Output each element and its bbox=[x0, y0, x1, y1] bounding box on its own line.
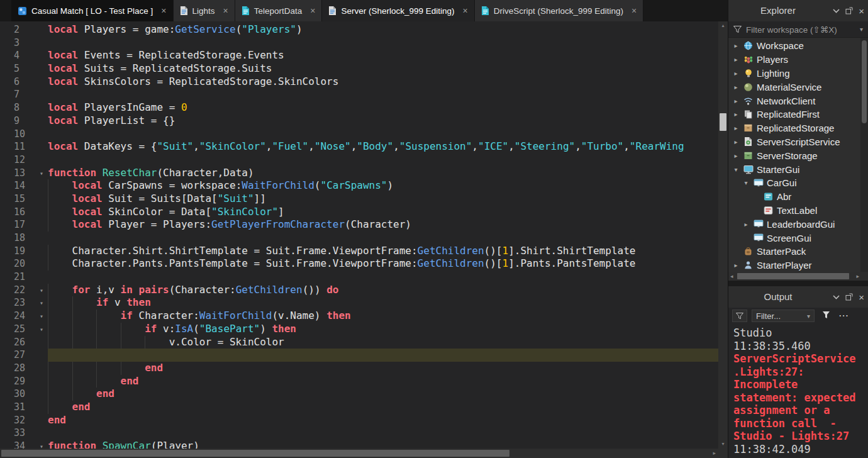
code-line[interactable]: Character.Shirt.ShirtTemplate = Suit.Fra… bbox=[48, 245, 718, 258]
collapse-arrow-icon[interactable]: ▾ bbox=[732, 166, 740, 173]
tree-item-screengui[interactable]: ScreenGui bbox=[728, 231, 868, 245]
expand-arrow-icon[interactable]: ▸ bbox=[732, 56, 740, 63]
editor-vertical-scrollbar[interactable]: ▴ ▾ bbox=[718, 21, 728, 449]
code-line[interactable]: end bbox=[48, 388, 718, 401]
tab-close-button[interactable]: × bbox=[632, 6, 637, 15]
panel-collapse-icon[interactable] bbox=[833, 295, 840, 299]
output-error-line[interactable]: function call - bbox=[733, 417, 863, 430]
code-line[interactable] bbox=[48, 154, 718, 167]
fold-toggle-icon[interactable]: ▾ bbox=[40, 440, 43, 449]
expand-arrow-icon[interactable]: ▸ bbox=[732, 70, 740, 77]
explorer-hscroll-thumb[interactable] bbox=[737, 273, 849, 279]
tab-lights[interactable]: Lights× bbox=[174, 0, 235, 21]
horizontal-scroll-thumb[interactable] bbox=[1, 450, 509, 457]
tab-drivescript-sherlock-999-edi[interactable]: DriveScript (Sherlock_999 Editing)× bbox=[475, 0, 644, 21]
code-line[interactable] bbox=[48, 36, 718, 50]
tab-teleportdata[interactable]: TeleportData× bbox=[235, 0, 323, 21]
tree-item-serverstorage[interactable]: ▸ServerStorage bbox=[728, 148, 868, 162]
code-line[interactable] bbox=[48, 88, 718, 101]
code-line[interactable]: local Player = Players:GetPlayerFromChar… bbox=[48, 218, 718, 232]
current-code-line[interactable] bbox=[48, 349, 718, 362]
tree-item-players[interactable]: ▸Players bbox=[728, 53, 868, 67]
panel-close-icon[interactable]: × bbox=[859, 292, 864, 303]
expand-arrow-icon[interactable]: ▸ bbox=[732, 262, 740, 269]
editor-horizontal-scrollbar[interactable]: ▸ bbox=[0, 449, 718, 458]
tab-close-button[interactable]: × bbox=[161, 6, 166, 15]
code-line[interactable] bbox=[48, 232, 718, 245]
code-line[interactable]: local CarSpawns = workspace:WaitForChild… bbox=[48, 179, 718, 193]
expand-arrow-icon[interactable]: ▸ bbox=[732, 152, 740, 159]
code-line[interactable]: local PlayersInGame = 0 bbox=[48, 101, 718, 114]
output-error-line[interactable]: Incomplete bbox=[733, 378, 863, 391]
tree-item-abr[interactable]: Abr bbox=[728, 190, 868, 204]
code-line[interactable]: end bbox=[48, 362, 718, 375]
more-options-button[interactable]: ⋯ bbox=[837, 310, 850, 322]
tree-item-starterplayer[interactable]: ▸StarterPlayer bbox=[728, 259, 868, 272]
tree-item-replicatedfirst[interactable]: ▸ReplicatedFirst bbox=[728, 108, 868, 121]
fold-toggle-icon[interactable]: ▾ bbox=[40, 310, 43, 323]
code-line[interactable]: local SkinColor = Data["SkinColor"] bbox=[48, 206, 718, 219]
tree-item-replicatedstorage[interactable]: ▸ReplicatedStorage bbox=[728, 121, 868, 135]
expand-arrow-icon[interactable]: ▸ bbox=[732, 42, 740, 49]
code-line[interactable]: end bbox=[48, 401, 718, 414]
fold-toggle-icon[interactable]: ▾ bbox=[40, 167, 43, 181]
collapse-arrow-icon[interactable]: ▾ bbox=[742, 179, 750, 186]
output-error-line[interactable]: Studio - Lights:27 bbox=[733, 430, 863, 443]
panel-close-icon[interactable]: × bbox=[859, 6, 864, 16]
code-line[interactable]: Character.Pants.PantsTemplate = Suit.Fra… bbox=[48, 257, 718, 271]
code-line[interactable]: local Suit = Suits[Data["Suit"]] bbox=[48, 193, 718, 206]
scroll-up-arrow-icon[interactable]: ▴ bbox=[718, 21, 728, 30]
explorer-scroll-thumb[interactable] bbox=[862, 40, 867, 123]
panel-collapse-icon[interactable] bbox=[833, 9, 840, 13]
panel-float-icon[interactable] bbox=[845, 7, 853, 14]
fold-toggle-icon[interactable]: ▾ bbox=[40, 284, 43, 298]
tree-item-textlabel[interactable]: TextLabel bbox=[728, 204, 868, 218]
tree-item-startergui[interactable]: ▾StarterGui bbox=[728, 162, 868, 176]
tab-server-sherlock-999-editing[interactable]: Server (Sherlock_999 Editing)× bbox=[322, 0, 474, 21]
tree-item-networkclient[interactable]: ▸NetworkClient bbox=[728, 94, 868, 108]
tab-close-button[interactable]: × bbox=[310, 6, 315, 15]
code-line[interactable]: if v then bbox=[48, 296, 718, 310]
scroll-left-arrow-icon[interactable]: ◂ bbox=[730, 272, 733, 281]
code-line[interactable]: local Events = ReplicatedStorage.Events bbox=[48, 49, 718, 62]
code-line[interactable]: v.Color = SkinColor bbox=[48, 336, 718, 349]
code-line[interactable]: if Character:WaitForChild(v.Name) then bbox=[48, 310, 718, 323]
code-line[interactable]: local DataKeys = {"Suit","SkinColor","Fu… bbox=[48, 140, 718, 154]
code-line[interactable]: function SpawnCar(Player) bbox=[48, 440, 718, 449]
code-line[interactable] bbox=[48, 271, 718, 284]
script-editor[interactable]: 2345678910111213▾141516171819202122▾23▾2… bbox=[0, 21, 728, 458]
code-line[interactable] bbox=[48, 427, 718, 440]
output-error-line[interactable]: statement: expected bbox=[733, 391, 863, 405]
fold-toggle-icon[interactable]: ▾ bbox=[40, 297, 43, 310]
tab-close-button[interactable]: × bbox=[223, 6, 228, 15]
expand-arrow-icon[interactable]: ▸ bbox=[732, 98, 740, 104]
code-line[interactable]: end bbox=[48, 414, 718, 427]
tree-item-materialservice[interactable]: ▸MaterialService bbox=[728, 80, 868, 94]
tab-close-button[interactable]: × bbox=[463, 6, 468, 15]
output-error-line[interactable]: ServerScriptService bbox=[733, 352, 863, 366]
output-filter-select[interactable]: Filter... ▾ bbox=[752, 310, 815, 322]
expand-arrow-icon[interactable]: ▸ bbox=[732, 138, 740, 145]
tree-item-cargui[interactable]: ▾CarGui bbox=[728, 176, 868, 190]
code-line[interactable]: if v:IsA("BasePart") then bbox=[48, 323, 718, 336]
code-line[interactable]: local PlayerList = {} bbox=[48, 114, 718, 128]
tree-item-workspace[interactable]: ▸Workspace bbox=[728, 39, 868, 53]
code-line[interactable]: local SkinsColors = ReplicatedStorage.Sk… bbox=[48, 75, 718, 89]
explorer-horizontal-scrollbar[interactable]: ◂ ▸ bbox=[728, 272, 868, 281]
output-error-line[interactable]: assignment or a bbox=[733, 404, 863, 417]
tree-item-starterpack[interactable]: StarterPack bbox=[728, 245, 868, 259]
code-line[interactable]: local Suits = ReplicatedStorage.Suits bbox=[48, 62, 718, 75]
expand-arrow-icon[interactable]: ▸ bbox=[732, 125, 740, 131]
tree-item-serverscriptservice[interactable]: ▸ServerScriptService bbox=[728, 135, 868, 149]
clear-output-button[interactable] bbox=[819, 310, 833, 322]
code-line[interactable]: local Players = game:GetService("Players… bbox=[48, 23, 718, 36]
tree-item-lighting[interactable]: ▸Lighting bbox=[728, 67, 868, 81]
code-line[interactable]: function ResetChar(Character,Data) bbox=[48, 167, 718, 180]
expand-arrow-icon[interactable]: ▸ bbox=[732, 111, 740, 118]
panel-float-icon[interactable] bbox=[845, 293, 853, 301]
output-error-line[interactable]: .Lights:27: bbox=[733, 366, 863, 379]
tab-casual-match-lo-test-place[interactable]: Casual Match [ LO - Test Place ]× bbox=[11, 0, 174, 21]
expand-arrow-icon[interactable]: ▸ bbox=[742, 221, 750, 228]
scroll-right-arrow-icon[interactable]: ▸ bbox=[713, 449, 716, 458]
output-filter-button[interactable] bbox=[732, 310, 747, 322]
